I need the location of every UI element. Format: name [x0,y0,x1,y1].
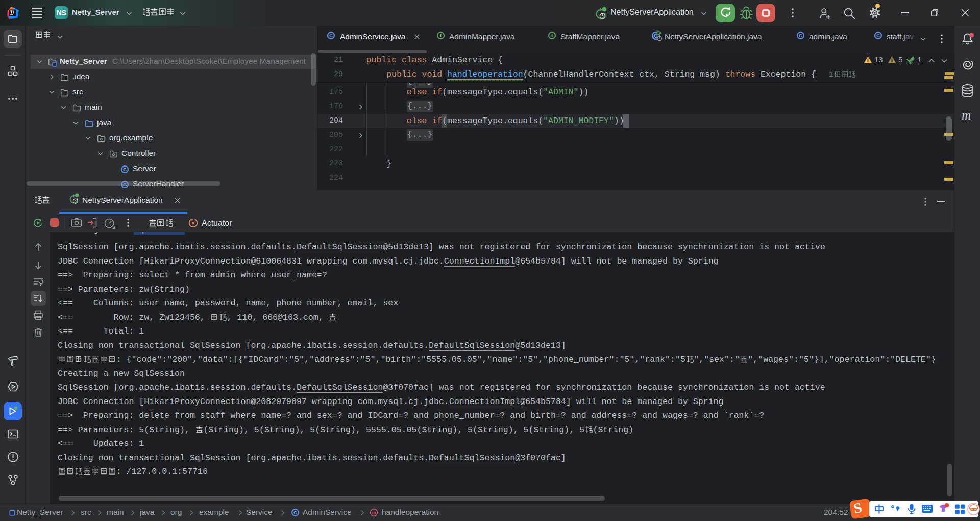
svg-text:C: C [799,33,802,38]
svg-text:C: C [293,510,297,515]
svg-text:C: C [329,33,333,38]
svg-text:I: I [440,33,442,38]
svg-text:C: C [876,33,880,38]
svg-text:C: C [123,167,127,172]
svg-text:m: m [372,510,376,515]
svg-text:I: I [551,33,553,38]
